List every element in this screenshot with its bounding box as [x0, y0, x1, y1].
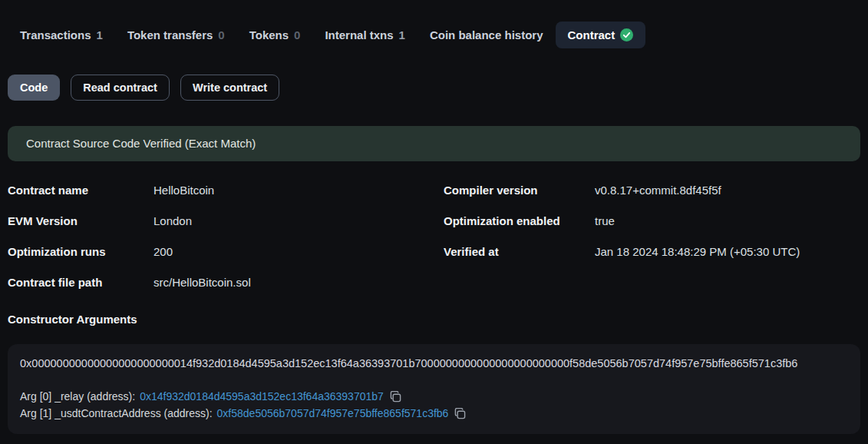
contract-page-tabbar: Transactions 1 Token transfers 0 Tokens … — [8, 22, 860, 48]
empty-cell — [595, 275, 860, 290]
tab-contract[interactable]: Contract — [556, 22, 646, 48]
tab-count: 0 — [294, 28, 300, 41]
contract-file-path-value: src/HelloBitcoin.sol — [153, 275, 444, 290]
arg-1-address-link[interactable]: 0xf58de5056b7057d74f957e75bffe865f571c3f… — [217, 406, 449, 422]
code-button[interactable]: Code — [8, 75, 60, 101]
contract-info-grid: Contract name HelloBitcoin Compiler vers… — [8, 183, 860, 290]
optimization-enabled-value: true — [595, 214, 860, 229]
tab-label: Coin balance history — [430, 28, 543, 41]
optimization-enabled-label: Optimization enabled — [444, 214, 595, 229]
tab-label: Transactions — [20, 28, 91, 41]
copy-icon[interactable] — [454, 408, 466, 419]
verified-check-icon — [620, 28, 633, 41]
constructor-arg-row: Arg [1] _usdtContractAddress (address): … — [20, 406, 848, 422]
tab-count: 1 — [399, 28, 405, 41]
evm-version-label: EVM Version — [8, 214, 153, 229]
constructor-raw-hex: 0x00000000000000000000000014f932d0184d45… — [20, 356, 848, 371]
read-contract-button[interactable]: Read contract — [71, 75, 170, 101]
arg-0-prefix: Arg [0] _relay (address): — [20, 389, 135, 406]
optimization-runs-value: 200 — [153, 244, 444, 260]
compiler-version-value: v0.8.17+commit.8df45f5f — [595, 183, 860, 198]
tab-count: 0 — [218, 28, 224, 41]
constructor-arg-row: Arg [0] _relay (address): 0x14f932d0184d… — [20, 389, 848, 406]
verified-at-value: Jan 18 2024 18:48:29 PM (+05:30 UTC) — [595, 244, 860, 260]
tab-count: 1 — [97, 28, 103, 41]
tab-label: Token transfers — [127, 28, 213, 41]
copy-icon[interactable] — [390, 391, 401, 403]
tab-label: Tokens — [249, 28, 289, 41]
constructor-arguments-heading: Constructor Arguments — [8, 312, 860, 327]
verified-banner-text: Contract Source Code Verified (Exact Mat… — [26, 137, 256, 150]
compiler-version-label: Compiler version — [444, 183, 595, 198]
empty-cell — [444, 275, 595, 290]
tab-token-transfers[interactable]: Token transfers 0 — [115, 22, 237, 48]
constructor-args-list: Arg [0] _relay (address): 0x14f932d0184d… — [20, 389, 848, 422]
tab-label: Internal txns — [325, 28, 393, 41]
verified-banner: Contract Source Code Verified (Exact Mat… — [8, 126, 860, 161]
contract-subtab-bar: Code Read contract Write contract — [8, 75, 860, 101]
tab-label: Contract — [568, 28, 616, 41]
write-contract-button[interactable]: Write contract — [180, 75, 279, 101]
arg-1-prefix: Arg [1] _usdtContractAddress (address): — [20, 406, 213, 422]
verified-at-label: Verified at — [444, 244, 595, 260]
contract-name-label: Contract name — [8, 183, 153, 198]
optimization-runs-label: Optimization runs — [8, 244, 153, 260]
tab-transactions[interactable]: Transactions 1 — [8, 22, 115, 48]
contract-name-value: HelloBitcoin — [153, 183, 444, 198]
tab-internal-txns[interactable]: Internal txns 1 — [312, 22, 417, 48]
tab-tokens[interactable]: Tokens 0 — [237, 22, 313, 48]
arg-0-address-link[interactable]: 0x14f932d0184d4595a3d152ec13f64a36393701… — [140, 389, 384, 406]
constructor-arguments-box: 0x00000000000000000000000014f932d0184d45… — [8, 344, 860, 434]
tab-coin-balance-history[interactable]: Coin balance history — [417, 22, 556, 48]
evm-version-value: London — [153, 214, 444, 229]
contract-file-path-label: Contract file path — [8, 275, 153, 290]
